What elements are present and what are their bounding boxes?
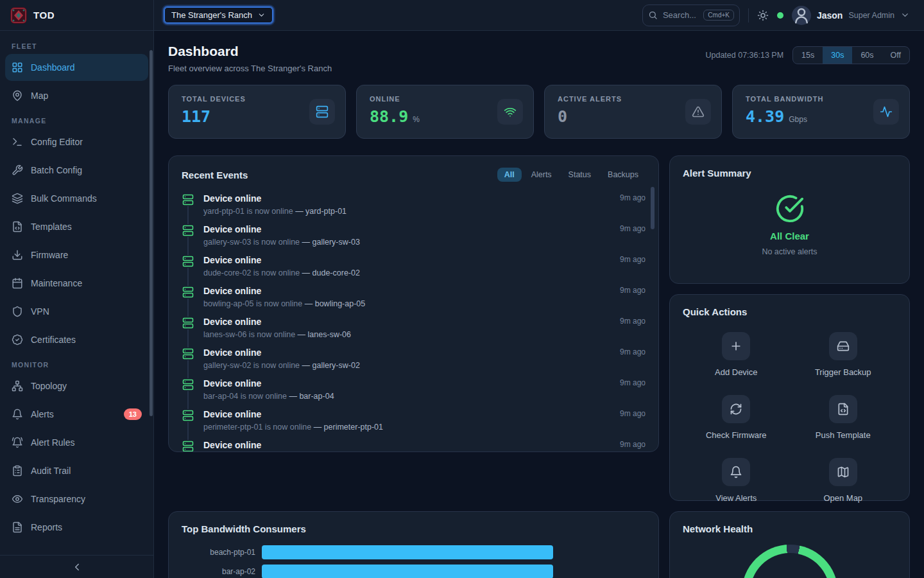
bandwidth-bar: [262, 565, 553, 578]
sidebar-item-firmware[interactable]: Firmware: [5, 241, 148, 268]
refresh-option-30s[interactable]: 30s: [823, 47, 852, 64]
file-code-icon: [829, 395, 857, 423]
server-icon: [182, 224, 194, 237]
search-placeholder: Search...: [663, 10, 698, 20]
hard-drive-icon: [829, 332, 857, 360]
server-icon: [182, 378, 194, 391]
sidebar-item-label: Alerts: [31, 409, 54, 419]
sidebar-item-label: VPN: [31, 306, 49, 317]
file-text-icon: [12, 521, 23, 533]
sidebar-item-label: Maintenance: [31, 278, 82, 288]
server-icon: [182, 440, 194, 452]
quick-action-open-map[interactable]: Open Map: [823, 458, 862, 503]
quick-action-push-template[interactable]: Push Template: [816, 395, 871, 440]
sidebar-item-certificates[interactable]: Certificates: [5, 326, 148, 353]
event-description: yard-ptp-01 is now online — yard-ptp-01: [203, 207, 604, 216]
server-icon: [182, 347, 194, 360]
event-filters: AllAlertsStatusBackups: [497, 168, 646, 182]
event-title: Device online: [203, 286, 604, 296]
bandwidth-device-label: bar-ap-02: [182, 567, 262, 576]
brand-row: TOD: [0, 0, 153, 31]
sidebar-item-alerts[interactable]: Alerts13: [5, 401, 148, 428]
stat-card-total-bandwidth: TOTAL BANDWIDTH4.39Gbps: [732, 85, 910, 139]
stats-row: TOTAL DEVICES117ONLINE88.9%ACTIVE ALERTS…: [168, 85, 910, 139]
sidebar-collapse-button[interactable]: [0, 555, 153, 578]
clipboard-list-icon: [12, 465, 23, 477]
quick-action-label: Trigger Backup: [815, 367, 871, 377]
event-filter-status[interactable]: Status: [561, 168, 598, 182]
sidebar-item-label: Map: [31, 91, 48, 101]
sidebar-section-label: FLEET: [5, 36, 148, 54]
sidebar-item-map[interactable]: Map: [5, 82, 148, 109]
user-menu[interactable]: Jason Super Admin: [792, 6, 910, 25]
stat-card-total-devices: TOTAL DEVICES117: [168, 85, 346, 139]
sidebar-item-topology[interactable]: Topology: [5, 372, 148, 399]
event-title: Device online: [203, 409, 604, 419]
stat-suffix: Gbps: [789, 115, 807, 124]
avatar: [792, 6, 811, 25]
recent-events-panel: Recent Events AllAlertsStatusBackups Dev…: [168, 155, 659, 452]
bandwidth-panel: Top Bandwidth Consumers beach-ptp-01bar-…: [168, 511, 659, 578]
event-title: Device online: [203, 224, 604, 234]
sidebar-item-dashboard[interactable]: Dashboard: [5, 54, 148, 81]
sidebar-item-label: Batch Config: [31, 165, 82, 175]
server-icon: [309, 99, 335, 125]
sidebar-item-batch-config[interactable]: Batch Config: [5, 157, 148, 184]
sidebar-item-audit-trail[interactable]: Audit Trail: [5, 457, 148, 484]
events-scrollbar[interactable]: [651, 187, 654, 229]
refresh-option-off[interactable]: Off: [882, 47, 909, 64]
sidebar-item-label: Reports: [31, 522, 62, 532]
sidebar-nav: FLEETDashboardMapMANAGEConfig EditorBatc…: [0, 31, 153, 555]
stat-value: 4.39: [746, 107, 784, 126]
quick-action-add-device[interactable]: Add Device: [715, 332, 757, 377]
site-selector[interactable]: The Stranger's Ranch: [164, 7, 273, 23]
connection-status-dot: [777, 12, 783, 19]
event-filter-all[interactable]: All: [497, 168, 522, 182]
event-description: bowling-ap-05 is now online — bowling-ap…: [203, 299, 604, 308]
recent-events-title: Recent Events: [182, 170, 248, 180]
refresh-option-15s[interactable]: 15s: [793, 47, 823, 64]
quick-action-trigger-backup[interactable]: Trigger Backup: [815, 332, 871, 377]
event-filter-backups[interactable]: Backups: [601, 168, 646, 182]
brand-name: TOD: [33, 10, 55, 21]
sidebar-section-label: MONITOR: [5, 355, 148, 372]
event-row: Device onlinelanes-sw-06 is now online —…: [182, 313, 646, 344]
event-time: 9m ago: [620, 224, 646, 251]
refresh-interval-segmented: 15s30s60sOff: [792, 46, 910, 64]
refresh-option-60s[interactable]: 60s: [852, 47, 882, 64]
event-row: Device onlinebar-ap-04 is now online — b…: [182, 374, 646, 405]
quick-action-check-firmware[interactable]: Check Firmware: [706, 395, 767, 440]
quick-action-label: Push Template: [816, 430, 871, 440]
refresh-icon: [722, 395, 750, 423]
sidebar-item-reports[interactable]: Reports: [5, 514, 148, 541]
event-filter-alerts[interactable]: Alerts: [524, 168, 559, 182]
sidebar-section-label: MANAGE: [5, 110, 148, 128]
event-title: Device online: [203, 378, 604, 389]
event-title: Device online: [203, 193, 604, 204]
stat-value: 0: [558, 107, 567, 126]
event-row: Device online9m ago: [182, 436, 646, 452]
event-time: 9m ago: [620, 378, 646, 405]
sidebar-item-vpn[interactable]: VPN: [5, 298, 148, 325]
sidebar-scrollbar[interactable]: [150, 50, 153, 416]
event-time: 9m ago: [620, 347, 646, 374]
sidebar-item-config-editor[interactable]: Config Editor: [5, 128, 148, 155]
event-title: Device online: [203, 255, 604, 265]
sidebar-item-maintenance[interactable]: Maintenance: [5, 270, 148, 297]
sidebar-item-templates[interactable]: Templates: [5, 213, 148, 240]
chevron-left-icon: [71, 561, 83, 573]
theme-toggle-sun-icon[interactable]: [757, 10, 769, 21]
event-description: gallery-sw-03 is now online — gallery-sw…: [203, 238, 604, 247]
page-header: Dashboard Fleet overview across The Stra…: [168, 44, 910, 73]
stat-card-active-alerts: ACTIVE ALERTS0: [544, 85, 722, 139]
search-input[interactable]: Search... Cmd+K: [642, 4, 740, 26]
sidebar-item-bulk-commands[interactable]: Bulk Commands: [5, 185, 148, 212]
event-time: 9m ago: [620, 440, 646, 452]
sidebar-item-alert-rules[interactable]: Alert Rules: [5, 429, 148, 456]
quick-actions-panel: Quick Actions Add DeviceTrigger BackupCh…: [669, 294, 910, 501]
sidebar-item-transparency[interactable]: Transparency: [5, 486, 148, 512]
updated-timestamp: Updated 07:36:13 PM: [705, 51, 783, 60]
quick-action-view-alerts[interactable]: View Alerts: [715, 458, 757, 503]
layout-grid-icon: [12, 62, 23, 73]
event-row: Device onlinegallery-sw-02 is now online…: [182, 344, 646, 374]
